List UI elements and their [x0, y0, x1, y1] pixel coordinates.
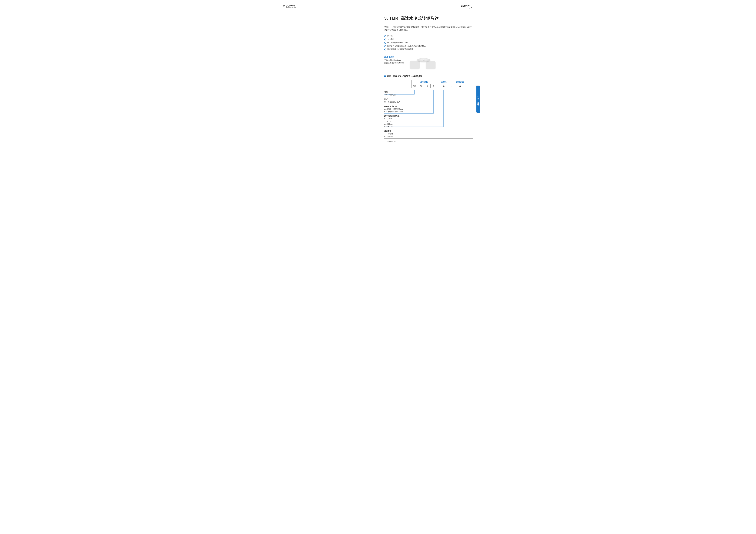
left-page-header: 30 HIWIN MR99TS01-1800 [283, 4, 372, 9]
application-line: 回转工作台(Rotary table) [384, 62, 404, 64]
intro-paragraph: 特殊设计，可搭配弱磁控制达到极高转速需求，同时适用各种需要大输出且精准定位之工业… [384, 26, 473, 31]
legend-block: 其它需求 ：标准件 C：客制件 [384, 129, 473, 139]
list-item: 水冷式 [384, 34, 473, 38]
section-title: 3. TMRI 高速水冷式转矩马达 [384, 15, 473, 21]
brand-logo-left: HIWIN [286, 4, 295, 7]
legend-block: 转子(磁铁)高度代码 5：50mm 7：70mm A：100mm F：150mm [384, 114, 473, 129]
code-dash: - [450, 85, 453, 88]
feature-list: 水冷式 大中空轴 最大瞬间转矩可达5300Nm 定转子同心校正固定出货，安装简易… [384, 34, 473, 51]
group-head-wiring: 配线代码 [454, 80, 466, 84]
product-illustration: HIWIN [409, 55, 437, 70]
legend-block: 型式 RI：高速定转子系列 [384, 97, 473, 104]
application-heading: 应用范例： [384, 55, 404, 58]
left-page-number: 30 [283, 5, 285, 7]
code-cell-height: 5 [431, 84, 437, 88]
list-item: 最大瞬间转矩可达5300Nm [384, 41, 473, 44]
right-page-header: HIWIN Torque Motor (Direct Drive Motor) … [384, 4, 473, 9]
application-line: 工具机(Machine tool) [384, 59, 404, 62]
code-cell-ri: RI [418, 84, 424, 88]
legend-block: 系列 TM：转矩马达 [384, 90, 473, 97]
list-item: 定转子同心校正固定出货，安装简易无须重新校正 [384, 44, 473, 48]
group-head-option: 选配件 [438, 80, 450, 84]
coding-table: 马达规格 TM RI A 5 选配件 C - 配线代码 [411, 80, 473, 88]
code-cell-wiring: XX [454, 84, 466, 88]
list-item: 可搭配弱磁控制满足更高转速需求 [384, 48, 473, 51]
list-item: 大中空轴 [384, 38, 473, 41]
illustration-logo: HIWIN [420, 65, 423, 66]
legend-block: 矽钢片尺寸代码 A：矽钢片外径Φ360mm G：矽钢片外径Φ530mm [384, 104, 473, 114]
square-bullet-icon [384, 75, 386, 77]
group-head-motor: 马达规格 [412, 80, 437, 84]
side-tab: TMRI 高速水冷式转矩马达 [476, 86, 480, 113]
code-cell-tm: TM [412, 84, 418, 88]
right-page-number: 31 [471, 6, 473, 9]
header-subtitle: Torque Motor (Direct Drive Motor) [449, 7, 470, 9]
doc-number: MR99TS01-1800 [286, 7, 372, 9]
code-cell-option: C [438, 84, 450, 88]
coding-subheading: TMRI 高速水冷式转矩马达 编码说明 [384, 75, 473, 78]
brand-logo-right: HIWIN [461, 4, 470, 7]
legend-block: XX：配线代码 [384, 139, 473, 144]
coding-legend: 系列 TM：转矩马达 型式 RI：高速定转子系列 矽钢片尺寸代码 A：矽钢片外径… [384, 90, 473, 144]
code-cell-size: A [424, 84, 431, 88]
